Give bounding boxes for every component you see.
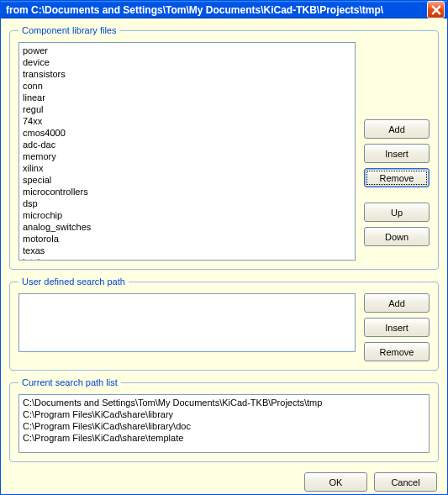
list-item[interactable]: texas	[21, 245, 353, 256]
list-item[interactable]: 74xx	[21, 115, 353, 127]
window-title: from C:\Documents and Settings\Tom\My Do…	[6, 4, 427, 16]
list-item[interactable]: dsp	[21, 197, 353, 209]
list-item[interactable]: memory	[21, 150, 353, 162]
group-legend: User defined search path	[18, 276, 129, 287]
ok-button[interactable]: OK	[304, 472, 367, 492]
remove-button[interactable]: Remove	[364, 342, 430, 361]
userpath-listbox[interactable]	[18, 293, 356, 352]
list-item[interactable]: analog_switches	[21, 221, 353, 233]
cancel-button[interactable]: Cancel	[374, 472, 437, 492]
list-item[interactable]: conn	[21, 80, 353, 92]
list-item[interactable]: device	[21, 56, 353, 68]
add-button[interactable]: Add	[364, 119, 430, 139]
group-legend: Component library files	[18, 25, 120, 35]
dialog-body: Component library files powerdevicetrans…	[1, 18, 447, 495]
group-component-libraries: Component library files powerdevicetrans…	[9, 25, 439, 270]
list-item[interactable]: xilinx	[21, 162, 353, 174]
group-current-search-path: Current search path list C:\Documents an…	[9, 377, 439, 462]
list-item[interactable]: intel	[21, 256, 353, 261]
library-button-column: Add Insert Remove Up Down	[364, 42, 430, 261]
dialog-window: from C:\Documents and Settings\Tom\My Do…	[0, 0, 448, 495]
insert-button[interactable]: Insert	[364, 144, 430, 163]
close-button[interactable]	[427, 1, 445, 18]
spacer	[364, 192, 430, 197]
list-item[interactable]: power	[21, 45, 353, 56]
list-item[interactable]: microchip	[21, 209, 353, 221]
list-item[interactable]: linear	[21, 92, 353, 103]
list-item[interactable]: C:\Program Files\KiCad\share\template	[21, 432, 427, 444]
remove-button[interactable]: Remove	[364, 168, 430, 187]
library-listbox[interactable]: powerdevicetransistorsconnlinearregul74x…	[18, 42, 356, 261]
list-item[interactable]: C:\Program Files\KiCad\share\library	[21, 408, 427, 420]
list-item[interactable]: transistors	[21, 68, 353, 80]
list-item[interactable]: motorola	[21, 233, 353, 245]
list-item[interactable]: C:\Documents and Settings\Tom\My Documen…	[21, 397, 427, 408]
list-item[interactable]: cmos4000	[21, 127, 353, 139]
group-user-search-path: User defined search path Add Insert Remo…	[9, 276, 439, 371]
close-icon	[431, 5, 441, 15]
searchpath-listbox[interactable]: C:\Documents and Settings\Tom\My Documen…	[18, 394, 430, 453]
insert-button[interactable]: Insert	[364, 318, 430, 337]
dialog-footer: OK Cancel	[9, 469, 439, 492]
titlebar: from C:\Documents and Settings\Tom\My Do…	[1, 1, 447, 18]
list-item[interactable]: special	[21, 174, 353, 186]
list-item[interactable]: microcontrollers	[21, 186, 353, 197]
spacer	[364, 42, 430, 114]
down-button[interactable]: Down	[364, 227, 430, 246]
list-item[interactable]: adc-dac	[21, 139, 353, 150]
list-item[interactable]: regul	[21, 103, 353, 115]
group-legend: Current search path list	[18, 377, 121, 387]
up-button[interactable]: Up	[364, 203, 430, 222]
userpath-button-column: Add Insert Remove	[364, 293, 430, 361]
add-button[interactable]: Add	[364, 293, 430, 313]
list-item[interactable]: C:\Program Files\KiCad\share\library\doc	[21, 420, 427, 432]
